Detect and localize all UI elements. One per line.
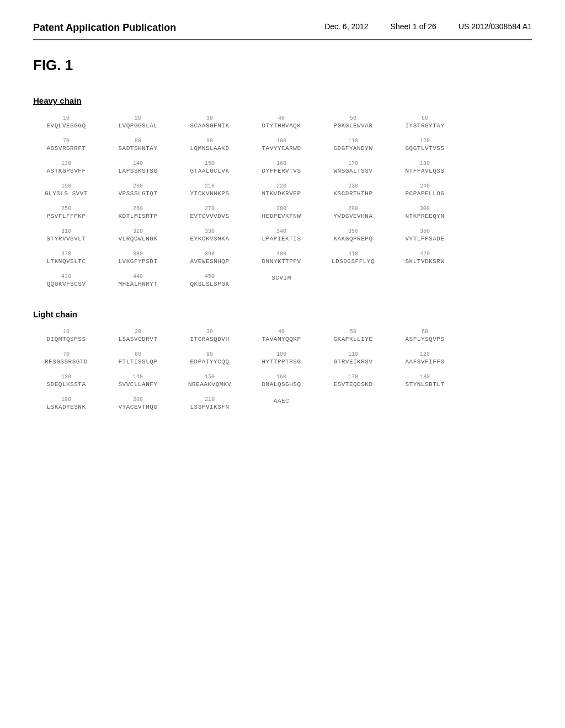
sequence-group: 190GLYSLS SVVT	[33, 183, 99, 197]
sequence-letters: MHEALHNRYT	[118, 281, 157, 287]
sequence-letters: LSSPVIKSFN	[190, 404, 229, 410]
sequence-letters: YICKVNHKPS	[190, 190, 229, 197]
sequence-number: 30	[206, 115, 213, 121]
light-chain-section: Light chain 10DIQMTQSPSS20LSASVGDRVT30IT…	[33, 309, 532, 410]
sequence-letters: TAVAMYQQKP	[262, 336, 301, 342]
sequence-number: 220	[276, 183, 286, 189]
sequence-row: 10DIQMTQSPSS20LSASVGDRVT30ITCRASQDVH40TA…	[33, 329, 532, 342]
sequence-group: 310STYRVVSVLT	[33, 228, 99, 242]
sequence-number: 170	[348, 160, 358, 167]
sequence-letters: YVDGVEVHNA	[333, 213, 372, 220]
sequence-number: 70	[63, 138, 70, 144]
publication-title: Patent Application Publication	[33, 22, 176, 34]
sequence-letters: PGKGLEWVAR	[333, 122, 372, 129]
sequence-row: 70RFSGSSRSGTD80FTLTISSLQP90EDPATYYCQQ100…	[33, 351, 532, 365]
sequence-number: 210	[205, 397, 215, 403]
sequence-letters: LDSDGSFFLYQ	[332, 258, 375, 265]
heavy-chain-rows: 10EVQLVESGGQ20LVQPGGSLAL30SCAASGFNIK40DT…	[33, 115, 532, 287]
sequence-group: 430QQGKVFSCSV	[33, 274, 99, 287]
sequence-number: 50	[350, 115, 356, 121]
sequence-row: 130SDEQLKSSTA140SVVCLLANFY150NREAAKVQMKV…	[33, 374, 532, 388]
sequence-number: 170	[348, 374, 358, 380]
sequence-letters: WNSGALTSSV	[333, 168, 372, 174]
sequence-letters: AAEC	[274, 398, 289, 404]
sequence-row: 430QQGKVFSCSV440MHEALHNRYT450QKSLSLSPGKS…	[33, 274, 532, 287]
sequence-row: 190GLYSLS SVVT200VPSSSLGTQT210YICKVNHKPS…	[33, 183, 532, 197]
sequence-group: 60ASFLYSQVPS	[392, 329, 458, 342]
sequence-group: 50GKAPKLLIYE	[320, 329, 386, 342]
sequence-group: 20LSASVGDRVT	[105, 329, 171, 342]
sequence-group: 210YICKVNHKPS	[177, 183, 243, 197]
sequence-letters: VYACEVTHQG	[118, 404, 157, 410]
sequence-group: 140LAPSSKSTSG	[105, 160, 171, 174]
sequence-number: 100	[276, 138, 286, 144]
sequence-group: 370LTKNQVSLTC	[33, 251, 99, 265]
sequence-letters: LPAPIEKTIS	[262, 235, 301, 242]
sequence-number: 360	[420, 228, 430, 234]
sequence-number: 190	[61, 183, 71, 189]
sequence-group: 210LSSPVIKSFN	[177, 397, 243, 410]
sequence-letters: IYSTRGYTAY	[405, 122, 444, 129]
sequence-number: 60	[422, 329, 428, 335]
sequence-number: 250	[61, 206, 71, 212]
sequence-number: 340	[276, 228, 286, 234]
sequence-letters: ASTKGPSVFF	[46, 168, 86, 174]
sequence-group: 70ADSVRGRRFT	[33, 138, 99, 152]
sequence-letters: LSKADYESNK	[46, 404, 86, 410]
sequence-group: 40DTYTHHVAQK	[248, 115, 315, 129]
sequence-letters: FTLTISSLQP	[118, 358, 157, 365]
sequence-group: 130ASTKGPSVFF	[33, 160, 99, 174]
sequence-letters: VLRQDWLNGK	[118, 235, 157, 242]
page-header: Patent Application Publication Dec. 6, 2…	[33, 22, 532, 40]
sequence-group: 110GDGFYANDYW	[320, 138, 386, 152]
sequence-number: 120	[420, 351, 430, 357]
sequence-letters: DTYTHHVAQK	[262, 122, 301, 129]
heavy-chain-section: Heavy chain 10EVQLVESGGQ20LVQPGGSLAL30SC…	[33, 96, 532, 287]
sequence-number: 110	[348, 351, 358, 357]
sequence-number: 20	[135, 115, 141, 121]
sequence-group: 150NREAAKVQMKV	[177, 374, 243, 388]
sequence-letters: EDPATYYCQQ	[190, 358, 229, 365]
sequence-number: 380	[133, 251, 143, 257]
sequence-group: 70RFSGSSRSGTD	[33, 351, 99, 365]
sequence-group: 260KDTLMISRTP	[105, 206, 171, 220]
sequence-number: 300	[420, 206, 430, 212]
sequence-number: 150	[205, 374, 215, 380]
sequence-letters: VYTLPPSADE	[405, 235, 444, 242]
sequence-group: 110GTRVEIKRSV	[320, 351, 386, 365]
sequence-number: 120	[420, 138, 430, 144]
header-date: Dec. 6, 2012	[324, 22, 368, 31]
sequence-number: 440	[133, 274, 143, 280]
sequence-number: 20	[135, 329, 141, 335]
sequence-number: 110	[348, 138, 358, 144]
sequence-number: 270	[205, 206, 215, 212]
sequence-letters: ESVTEQDSKD	[333, 381, 372, 388]
sequence-letters: AAFSVFIFFS	[405, 358, 444, 365]
sequence-letters: QQGKVFSCSV	[46, 281, 86, 287]
sequence-letters: DNALQSGHSQ	[262, 381, 301, 388]
sequence-number: 140	[133, 160, 143, 167]
sequence-group: 380LVKGFYPSDI	[105, 251, 171, 265]
sequence-group: 230KSCDRTHTHP	[320, 183, 386, 197]
sequence-group: 30SCAASGFNIK	[177, 115, 243, 129]
sequence-number: 90	[206, 138, 213, 144]
sequence-group: 120AAFSVFIFFS	[392, 351, 458, 365]
sequence-number: 80	[135, 351, 141, 357]
sequence-letters: KAKGQPREPQ	[333, 235, 372, 242]
sequence-group: 440MHEALHNRYT	[105, 274, 171, 287]
sequence-letters: LQMNSLAAKD	[190, 145, 229, 152]
page: Patent Application Publication Dec. 6, 2…	[0, 0, 565, 728]
sequence-group: 390AVEWESNHQP	[177, 251, 243, 265]
sequence-group: 20LVQPGGSLAL	[105, 115, 171, 129]
sequence-letters: NTKPREEQYN	[405, 213, 444, 220]
sequence-letters: LSASVGDRVT	[118, 336, 157, 342]
light-chain-title: Light chain	[33, 309, 532, 319]
sequence-letters: EYKCKVSNKA	[190, 235, 229, 242]
sequence-group: 80SADTSKNTAY	[105, 138, 171, 152]
sequence-group: 170ESVTEQDSKD	[320, 374, 386, 388]
sequence-number: 60	[422, 115, 428, 121]
sequence-number: 190	[61, 397, 71, 403]
sequence-number: 80	[135, 138, 141, 144]
sequence-number: 450	[205, 274, 215, 280]
sequence-group: 220NTKVDKRVEP	[248, 183, 315, 197]
